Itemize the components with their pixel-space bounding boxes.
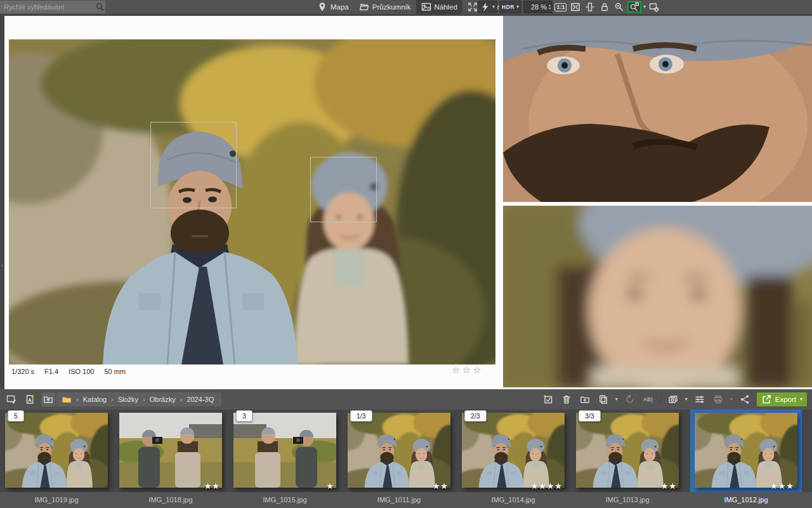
left-panel-edge[interactable]: ‹	[0, 16, 4, 389]
quick-filter-button[interactable]	[23, 393, 36, 406]
navigator-button[interactable]	[627, 1, 641, 13]
copy-caret-icon[interactable]: ▾	[615, 397, 618, 402]
sort-view-icon	[6, 394, 16, 404]
breadcrumb[interactable]: ›Katalog›Složky›Obrázky›2024-3Q	[56, 392, 221, 406]
quick-search[interactable]	[0, 1, 105, 13]
filmstrip-thumbnail[interactable]: 3 ★ IMG_1015.jpg	[233, 410, 336, 508]
explorer-folder-icon	[359, 2, 369, 12]
collapse-panel-chevron-icon[interactable]: ‹	[0, 262, 4, 269]
sort-view-button[interactable]	[5, 393, 18, 406]
thumbnail-photo[interactable]	[119, 413, 222, 488]
face-detect-frame-woman[interactable]	[310, 157, 377, 222]
thumbnail-image	[5, 413, 108, 488]
filmstrip-thumbnail[interactable]: 5 IMG_1019.jpg	[5, 410, 108, 508]
hdr-label: HDR	[502, 4, 514, 10]
detail-crop-woman-face[interactable]	[503, 206, 812, 387]
export-caret-icon[interactable]: ▾	[800, 397, 802, 402]
thumbnail-image	[462, 413, 565, 488]
spinner-down-icon[interactable]: ▾	[549, 7, 551, 10]
breadcrumb-separator: ›	[180, 396, 183, 403]
batch-rename-button[interactable]: AB|	[642, 393, 655, 406]
caret-down-icon: ▾	[492, 4, 495, 10]
thumbnail-photo[interactable]	[462, 413, 565, 488]
thumbnail-rating[interactable]: ★	[326, 481, 334, 491]
preview-settings-button[interactable]	[648, 1, 660, 13]
preview-image-icon	[421, 2, 431, 12]
search-input[interactable]	[3, 3, 95, 11]
thumbnail-rating[interactable]: ★★	[204, 481, 220, 491]
develop-caret-icon[interactable]: ▾	[685, 397, 688, 402]
new-folder-icon	[580, 394, 590, 404]
map-view-button[interactable]: Mapa	[312, 0, 354, 14]
lock-zoom-button[interactable]	[598, 1, 611, 13]
develop-button[interactable]	[667, 393, 679, 406]
zoom-one-to-one-button[interactable]: 1:1	[554, 1, 567, 13]
print-button[interactable]	[712, 393, 724, 406]
breadcrumb-segment[interactable]: 2024-3Q	[187, 396, 214, 403]
filmstrip-thumbnail[interactable]: ★★ IMG_1018.jpg	[119, 410, 222, 508]
stack-badge: 3	[236, 410, 252, 422]
breadcrumb-segment[interactable]: Obrázky	[150, 396, 176, 403]
navigator-caret-icon[interactable]: ▾	[643, 4, 646, 10]
export-button[interactable]: Export ▾	[757, 392, 807, 406]
zoom-tool-button[interactable]	[613, 1, 625, 13]
thumbnail-photo[interactable]	[695, 413, 797, 488]
breadcrumb-separator: ›	[111, 396, 114, 403]
thumbnail-filename: IMG_1019.jpg	[0, 492, 114, 508]
thumbnail-rating[interactable]: ★★	[661, 481, 677, 491]
thumbnail-rating[interactable]: ★★	[433, 481, 449, 491]
breadcrumb-separator: ›	[76, 396, 79, 403]
preview-view-label: Náhled	[435, 3, 457, 11]
zoom-level-value[interactable]: 28 %	[525, 3, 549, 11]
filmstrip-thumbnail[interactable]: 3/3 ★★ IMG_1013.jpg	[576, 410, 679, 508]
filmstrip-thumbnail[interactable]: ★★★ IMG_1012.jpg	[690, 410, 802, 508]
folder-up-button[interactable]	[41, 392, 55, 406]
trash-icon	[561, 394, 572, 404]
detail-crop-woman-image	[503, 206, 812, 387]
preview-view-button[interactable]: Náhled	[416, 0, 462, 14]
exif-shutter: 1/320 s	[11, 368, 34, 375]
quick-edits-button[interactable]: ▾	[478, 1, 497, 13]
main-photo[interactable]	[9, 39, 495, 364]
thumbnail-photo[interactable]	[5, 413, 108, 488]
delete-button[interactable]	[560, 393, 573, 406]
export-icon	[761, 394, 771, 404]
explorer-view-button[interactable]: Průzkumník	[354, 0, 416, 14]
breadcrumb-separator: ›	[143, 396, 145, 403]
filter-settings-button[interactable]	[693, 393, 706, 406]
print-caret-icon[interactable]: ▾	[730, 397, 733, 402]
zoom-spinner[interactable]: ▴ ▾	[549, 4, 551, 10]
face-detect-frame-man[interactable]	[150, 122, 237, 208]
filmstrip-thumbnail[interactable]: 2/3 ★★★★ IMG_1014.jpg	[462, 410, 565, 508]
preview-rating-stars[interactable]: ☆☆☆	[452, 364, 483, 376]
search-icon[interactable]	[95, 2, 105, 12]
thumbnail-photo[interactable]	[348, 413, 450, 488]
thumbnail-rating[interactable]: ★★★★	[530, 481, 563, 491]
map-pin-icon	[317, 2, 327, 12]
thumbnail-filename: IMG_1014.jpg	[456, 492, 570, 508]
thumbnail-image	[576, 413, 679, 488]
detail-crop-man-face[interactable]	[503, 16, 812, 202]
thumbnail-rating[interactable]: ★★★	[770, 481, 794, 491]
filmstrip-thumbnail[interactable]: 1/3 ★★ IMG_1011.jpg	[348, 410, 450, 508]
thumbnail-filename: IMG_1013.jpg	[570, 492, 684, 508]
select-images-button[interactable]	[542, 393, 554, 406]
folder-icon	[62, 394, 72, 404]
export-label: Export	[775, 396, 796, 403]
image-settings-icon	[649, 2, 659, 12]
thumbnail-photo[interactable]	[233, 413, 336, 488]
hdr-dropdown[interactable]: HDR ▾	[499, 1, 521, 13]
fit-width-button[interactable]	[584, 1, 596, 13]
new-folder-button[interactable]	[579, 393, 591, 406]
share-button[interactable]	[738, 393, 751, 406]
breadcrumb-segment[interactable]: Katalog	[83, 396, 107, 403]
breadcrumb-segment[interactable]: Složky	[118, 396, 138, 403]
fit-to-screen-button[interactable]	[569, 1, 582, 13]
rotate-button[interactable]	[624, 393, 636, 406]
zoom-level-control[interactable]: 28 % ▴ ▾	[523, 1, 553, 13]
auto-name-icon	[25, 394, 35, 404]
thumbnail-photo[interactable]	[576, 413, 679, 488]
folder-up-icon	[43, 394, 53, 404]
copy-move-button[interactable]	[597, 393, 610, 406]
rotate-icon	[625, 394, 635, 404]
